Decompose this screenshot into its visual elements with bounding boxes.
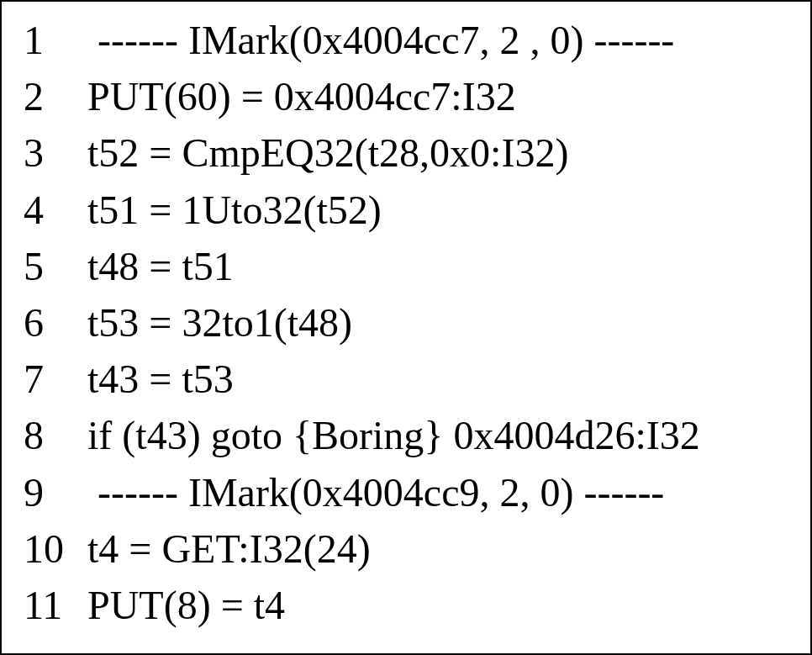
line-number: 3 [17,124,77,181]
line-number: 6 [17,294,77,351]
line-number: 5 [17,238,77,294]
code-line-9: 9 ------ IMark(0x4004cc9, 2, 0) ------ [17,464,795,520]
code-line-11: 11 PUT(8) = t4 [17,577,795,633]
line-number: 10 [17,520,77,577]
code-line-3: 3 t52 = CmpEQ32(t28,0x0:I32) [17,124,795,181]
code-line-1: 1 ------ IMark(0x4004cc7, 2 , 0) ------ [17,12,795,68]
line-text: PUT(60) = 0x4004cc7:I32 [77,68,516,124]
line-text: t52 = CmpEQ32(t28,0x0:I32) [77,124,568,181]
line-number: 7 [17,351,77,407]
code-listing-box: 1 ------ IMark(0x4004cc7, 2 , 0) ------ … [0,0,812,655]
line-text: ------ IMark(0x4004cc7, 2 , 0) ------ [77,12,674,68]
code-line-4: 4 t51 = 1Uto32(t52) [17,182,795,238]
line-number: 11 [17,577,77,633]
line-number: 2 [17,68,77,124]
code-line-8: 8 if (t43) goto {Boring} 0x4004d26:I32 [17,407,795,463]
line-text: t48 = t51 [77,238,234,294]
line-text: t53 = 32to1(t48) [77,294,352,351]
code-line-6: 6 t53 = 32to1(t48) [17,294,795,351]
line-number: 9 [17,464,77,520]
line-number: 1 [17,12,77,68]
line-text: t4 = GET:I32(24) [77,520,371,577]
code-line-10: 10 t4 = GET:I32(24) [17,520,795,577]
code-line-7: 7 t43 = t53 [17,351,795,407]
line-text: PUT(8) = t4 [77,577,285,633]
line-number: 8 [17,407,77,463]
line-number: 4 [17,182,77,238]
line-text: if (t43) goto {Boring} 0x4004d26:I32 [77,407,700,463]
line-text: t43 = t53 [77,351,234,407]
code-line-2: 2 PUT(60) = 0x4004cc7:I32 [17,68,795,124]
code-line-5: 5 t48 = t51 [17,238,795,294]
line-text: t51 = 1Uto32(t52) [77,182,382,238]
line-text: ------ IMark(0x4004cc9, 2, 0) ------ [77,464,664,520]
